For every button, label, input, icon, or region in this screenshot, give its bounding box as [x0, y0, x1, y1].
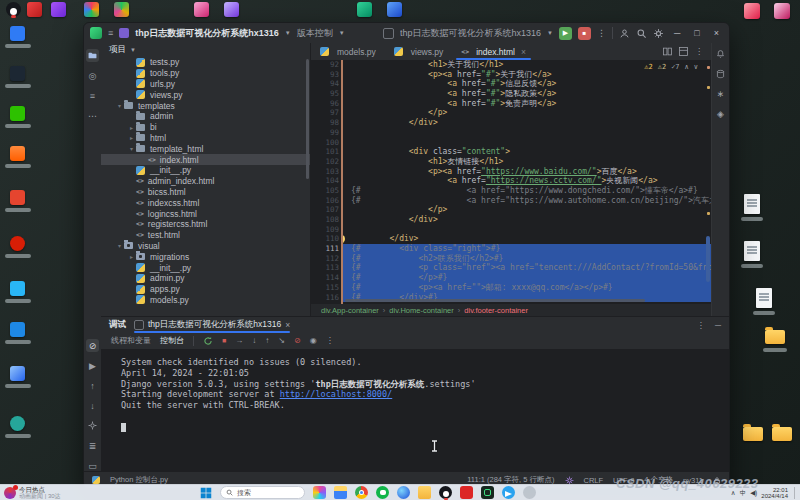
game-icon-2[interactable]	[114, 2, 129, 17]
tree-row[interactable]: indexcss.html	[101, 197, 310, 208]
tree-row[interactable]: __init__.py	[101, 262, 310, 273]
tree-row[interactable]: ▸migrations	[101, 251, 310, 262]
more-actions-icon[interactable]: ⋮	[597, 28, 606, 38]
tree-row[interactable]: registercss.html	[101, 219, 310, 230]
run-tool-icon[interactable]: ▶	[86, 359, 99, 372]
taskbar-search[interactable]: 搜索	[220, 486, 305, 499]
search-icon[interactable]	[636, 28, 647, 39]
pending-app-icon[interactable]	[523, 486, 536, 499]
tree-row[interactable]: views.py	[101, 89, 310, 100]
notifications-bell-icon[interactable]	[714, 47, 727, 60]
maximize-button[interactable]: □	[690, 28, 703, 38]
tree-row[interactable]: ▾template_html	[101, 143, 310, 154]
project-panel-title[interactable]: 项目	[109, 44, 126, 56]
pink-icon-2[interactable]	[774, 3, 790, 19]
breadcrumb-item[interactable]: div.App-container	[321, 306, 379, 315]
step-into-icon[interactable]: ↓	[252, 336, 256, 345]
editor-tab[interactable]: views.py	[385, 43, 453, 60]
console-more-icon[interactable]: ⋮	[326, 336, 334, 345]
close-tab-icon[interactable]: ×	[521, 47, 526, 57]
show-desktop-button[interactable]	[794, 487, 797, 499]
browser-icon[interactable]	[397, 486, 410, 499]
split-editor-icon[interactable]	[663, 47, 672, 56]
step-over-icon[interactable]: →	[235, 336, 243, 345]
tree-row[interactable]: urls.py	[101, 79, 310, 90]
start-button[interactable]	[200, 487, 212, 499]
red-app-icon[interactable]	[460, 486, 473, 499]
wechat-icon[interactable]	[376, 486, 389, 499]
minimize-button[interactable]: ─	[670, 28, 684, 38]
tree-row[interactable]: __init__.py	[101, 165, 310, 176]
folder-app-icon[interactable]	[418, 486, 431, 499]
wangwang-icon[interactable]	[10, 146, 25, 161]
tab-console[interactable]: 控制台	[160, 335, 184, 346]
browser-desktop-icon[interactable]	[10, 366, 25, 381]
tree-row[interactable]: apps.py	[101, 284, 310, 295]
tree-row[interactable]: admin.py	[101, 273, 310, 284]
tree-row[interactable]: bicss.html	[101, 187, 310, 198]
commit-tool-icon[interactable]: ◎	[86, 69, 99, 82]
widgets-button[interactable]: 今日热点 动画新闻 | 30达	[4, 486, 61, 499]
tab-options-icon[interactable]: ⋮	[695, 47, 703, 56]
game-icon-1[interactable]	[84, 2, 99, 17]
ai-assistant-icon[interactable]: ∗	[714, 87, 727, 100]
structure-tool-icon[interactable]: ≡	[86, 89, 99, 102]
database-tool-icon[interactable]	[714, 67, 727, 80]
tree-row[interactable]: tests.py	[101, 57, 310, 68]
tree-row[interactable]: ▸bi	[101, 122, 310, 133]
scroll-down-icon[interactable]: ↓	[86, 399, 99, 412]
tree-scrollbar[interactable]	[306, 59, 309, 179]
settings-gear-icon[interactable]	[653, 28, 664, 39]
netease-music-icon[interactable]	[10, 236, 25, 251]
app-icon-purple[interactable]	[51, 2, 66, 17]
step-out-icon[interactable]: ↑	[265, 336, 269, 345]
run-to-cursor-icon[interactable]: ↘	[278, 336, 285, 345]
view-breakpoints-icon[interactable]: ◉	[310, 336, 317, 345]
editor-tab[interactable]: index.html×	[452, 43, 535, 60]
pycharm-taskbar-icon[interactable]	[481, 486, 494, 499]
teal-app-icon[interactable]	[10, 416, 25, 431]
editor-tab[interactable]: models.py	[311, 43, 385, 60]
telegram-icon[interactable]	[502, 486, 515, 499]
inspection-widget[interactable]: ⚠2 ⚠2 ✓7 ∧∨	[641, 63, 701, 71]
scroll-up-icon[interactable]: ↑	[86, 379, 99, 392]
folder-icon[interactable]	[743, 427, 763, 441]
tree-row[interactable]: admin_index.html	[101, 176, 310, 187]
meeting-icon[interactable]	[10, 26, 25, 41]
console-settings-icon[interactable]	[86, 419, 99, 432]
panel-options-icon[interactable]: ⋮	[696, 320, 705, 330]
tree-row[interactable]: ▾visual	[101, 241, 310, 252]
intention-bulb-icon[interactable]	[343, 235, 345, 243]
main-menu-icon[interactable]: ≡	[108, 28, 113, 38]
tab-threads-variables[interactable]: 线程和变量	[111, 335, 151, 346]
run-button[interactable]: ▶	[559, 27, 572, 40]
debug-session-tab[interactable]: thp日志数据可视化分析系统hx1316 ×	[134, 317, 290, 333]
pink-icon-1[interactable]	[744, 3, 760, 19]
layout-icon[interactable]	[679, 47, 688, 56]
tree-row[interactable]: tools.py	[101, 68, 310, 79]
app-icon-green[interactable]	[357, 2, 372, 17]
file-explorer-icon[interactable]	[334, 486, 347, 499]
wechat-desktop-icon[interactable]	[10, 106, 25, 121]
tree-row[interactable]: ▾templates	[101, 100, 310, 111]
anime-icon-2[interactable]	[224, 2, 239, 17]
text-document-icon[interactable]	[756, 288, 772, 308]
debug-tool-icon[interactable]: ⊘	[86, 339, 99, 352]
vcs-widget[interactable]: 版本控制	[297, 27, 333, 40]
app-icon-blue[interactable]	[387, 2, 402, 17]
text-document-icon[interactable]	[744, 241, 760, 261]
run-configuration[interactable]: thp日志数据可视化分析系统hx1316	[400, 27, 541, 40]
app-icon-red[interactable]	[27, 2, 42, 17]
tree-row[interactable]: logincss.html	[101, 208, 310, 219]
soft-wrap-icon[interactable]: ≣	[86, 439, 99, 452]
stop-button[interactable]: ■	[578, 27, 591, 40]
tree-row[interactable]: models.py	[101, 295, 310, 306]
dingtalk-icon[interactable]	[10, 322, 25, 337]
mute-breakpoints-icon[interactable]: ⊘	[294, 336, 301, 345]
anime-icon-1[interactable]	[194, 2, 209, 17]
server-url-link[interactable]: http://localhost:8000/	[280, 389, 393, 399]
tree-row[interactable]: index.html	[101, 154, 310, 165]
horizontal-scrollbar[interactable]	[345, 299, 645, 302]
qq-icon[interactable]	[439, 486, 452, 499]
text-document-icon[interactable]	[744, 194, 760, 214]
